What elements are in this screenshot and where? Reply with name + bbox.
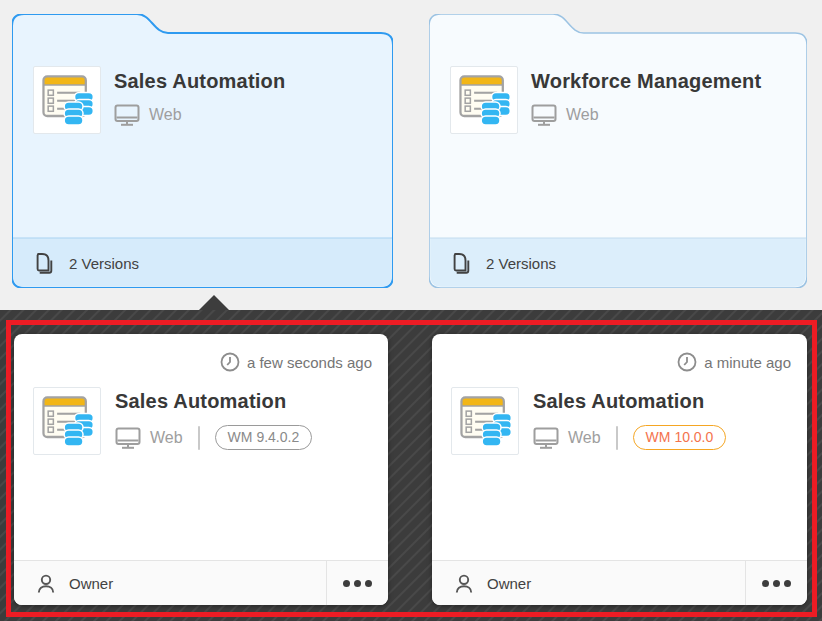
monitor-icon (115, 427, 141, 449)
folder-sales-automation[interactable]: Sales Automation Web 2 Versions (12, 14, 393, 288)
divider (198, 426, 200, 450)
platform-label: Web (150, 429, 183, 447)
owner-row: Owner (432, 561, 745, 605)
app-icon (452, 68, 516, 132)
app-icon (35, 68, 99, 132)
clock-icon (220, 352, 240, 372)
app-icon-tile (33, 66, 101, 134)
person-icon (35, 573, 57, 594)
pages-icon (451, 252, 471, 275)
timestamp: a few seconds ago (220, 352, 372, 372)
app-icon (35, 389, 99, 453)
version-card-wm-9402[interactable]: a few seconds ago Sales Automation Web W… (14, 334, 388, 605)
app-icon-tile (33, 387, 101, 455)
version-badge: WM 9.4.0.2 (215, 425, 313, 450)
versions-count-label: 2 Versions (69, 255, 139, 272)
folder-workforce-management[interactable]: Workforce Management Web 2 Versions (429, 14, 807, 288)
ellipsis-icon (762, 580, 769, 587)
monitor-icon (533, 427, 559, 449)
app-icon (453, 389, 517, 453)
timestamp-label: a minute ago (704, 354, 791, 371)
version-card-wm-1000[interactable]: a minute ago Sales Automation Web WM 10.… (432, 334, 807, 605)
owner-row: Owner (14, 561, 326, 605)
divider (616, 426, 618, 450)
timestamp-label: a few seconds ago (247, 354, 372, 371)
app-icon-tile (450, 66, 518, 134)
more-options-button[interactable] (326, 561, 388, 605)
ellipsis-icon (343, 580, 350, 587)
platform-label: Web (149, 106, 182, 124)
monitor-icon (531, 104, 557, 126)
card-title: Sales Automation (533, 390, 726, 413)
version-badge: WM 10.0.0 (633, 425, 727, 450)
owner-label: Owner (487, 575, 531, 592)
folder-title: Sales Automation (114, 70, 285, 93)
timestamp: a minute ago (677, 352, 791, 372)
folder-versions-bar: 2 Versions (12, 238, 393, 288)
person-icon (453, 573, 475, 594)
owner-label: Owner (69, 575, 113, 592)
expansion-arrow (199, 295, 229, 310)
platform-label: Web (566, 106, 599, 124)
folder-versions-bar: 2 Versions (429, 238, 807, 288)
platform-label: Web (568, 429, 601, 447)
app-icon-tile (451, 387, 519, 455)
monitor-icon (114, 104, 140, 126)
clock-icon (677, 352, 697, 372)
more-options-button[interactable] (745, 561, 807, 605)
versions-count-label: 2 Versions (486, 255, 556, 272)
card-footer: Owner (432, 560, 807, 605)
folder-title: Workforce Management (531, 70, 761, 93)
card-footer: Owner (14, 560, 388, 605)
pages-icon (34, 252, 54, 275)
card-title: Sales Automation (115, 390, 312, 413)
